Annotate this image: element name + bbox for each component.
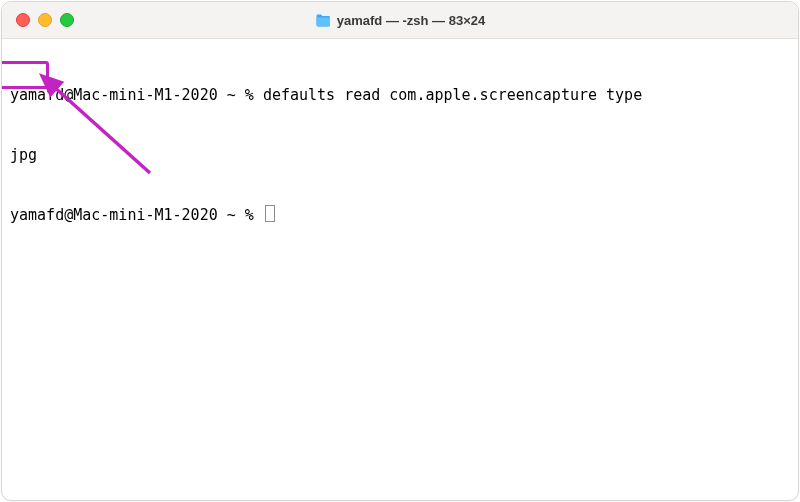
terminal-window: yamafd — -zsh — 83×24 yamafd@Mac-mini-M1… [1, 1, 799, 501]
prompt: yamafd@Mac-mini-M1-2020 ~ % [10, 86, 263, 104]
terminal-line-command: yamafd@Mac-mini-M1-2020 ~ % defaults rea… [10, 85, 790, 105]
fullscreen-button[interactable] [60, 13, 74, 27]
window-title-wrap: yamafd — -zsh — 83×24 [2, 2, 798, 38]
traffic-lights [2, 13, 74, 27]
titlebar[interactable]: yamafd — -zsh — 83×24 [2, 2, 798, 39]
close-button[interactable] [16, 13, 30, 27]
minimize-button[interactable] [38, 13, 52, 27]
terminal-line-prompt: yamafd@Mac-mini-M1-2020 ~ % [10, 205, 790, 225]
cursor [265, 205, 275, 222]
terminal-line-output: jpg [10, 145, 790, 165]
terminal-body[interactable]: yamafd@Mac-mini-M1-2020 ~ % defaults rea… [2, 39, 798, 393]
window-title: yamafd — -zsh — 83×24 [337, 13, 485, 28]
command-text: defaults read com.apple.screencapture ty… [263, 86, 642, 104]
output-text: jpg [10, 146, 37, 164]
folder-icon [315, 14, 331, 27]
prompt: yamafd@Mac-mini-M1-2020 ~ % [10, 206, 263, 224]
